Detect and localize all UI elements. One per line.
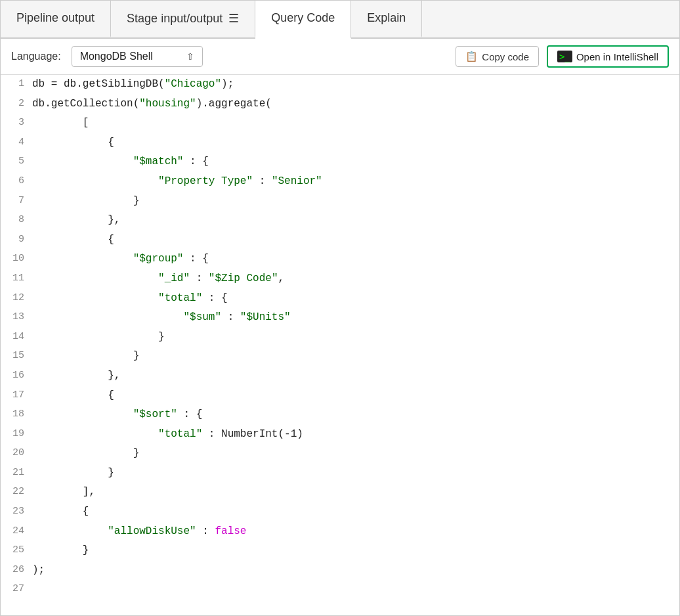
table-row: 16 }, bbox=[1, 366, 679, 386]
list-icon: ☰ bbox=[228, 11, 239, 26]
line-code: ); bbox=[32, 561, 679, 581]
line-code: "allowDiskUse" : false bbox=[32, 522, 679, 542]
line-number: 25 bbox=[1, 541, 32, 561]
line-code: ], bbox=[32, 483, 679, 502]
line-code: } bbox=[32, 464, 679, 483]
table-row: 8 }, bbox=[1, 211, 679, 231]
table-row: 18 "$sort" : { bbox=[1, 405, 679, 425]
line-code: "$group" : { bbox=[32, 250, 679, 269]
line-code: } bbox=[32, 347, 679, 366]
line-number: 5 bbox=[1, 152, 32, 172]
terminal-icon: >_ bbox=[557, 51, 572, 62]
code-area: 1db = db.getSiblingDB("Chicago");2db.get… bbox=[1, 75, 679, 615]
line-code: "$sort" : { bbox=[32, 405, 679, 425]
table-row: 4 { bbox=[1, 133, 679, 153]
table-row: 15 } bbox=[1, 347, 679, 366]
line-number: 22 bbox=[1, 483, 32, 502]
line-number: 26 bbox=[1, 561, 32, 581]
line-number: 12 bbox=[1, 289, 32, 309]
line-code: "_id" : "$Zip Code", bbox=[32, 269, 679, 289]
line-number: 14 bbox=[1, 328, 32, 347]
table-row: 24 "allowDiskUse" : false bbox=[1, 522, 679, 542]
line-code: { bbox=[32, 231, 679, 250]
line-number: 17 bbox=[1, 386, 32, 406]
copy-icon: 📋 bbox=[465, 51, 478, 62]
line-number: 20 bbox=[1, 444, 32, 464]
line-number: 8 bbox=[1, 211, 32, 231]
table-row: 17 { bbox=[1, 386, 679, 406]
table-row: 10 "$group" : { bbox=[1, 250, 679, 269]
table-row: 26); bbox=[1, 561, 679, 581]
line-number: 18 bbox=[1, 405, 32, 425]
line-number: 21 bbox=[1, 464, 32, 483]
line-code: { bbox=[32, 133, 679, 153]
table-row: 13 "$sum" : "$Units" bbox=[1, 308, 679, 328]
copy-code-button[interactable]: 📋 Copy code bbox=[456, 46, 539, 67]
line-number: 11 bbox=[1, 269, 32, 289]
table-row: 20 } bbox=[1, 444, 679, 464]
line-number: 16 bbox=[1, 366, 32, 386]
line-number: 10 bbox=[1, 250, 32, 269]
table-row: 1db = db.getSiblingDB("Chicago"); bbox=[1, 75, 679, 95]
line-code: }, bbox=[32, 366, 679, 386]
line-number: 4 bbox=[1, 133, 32, 153]
line-number: 6 bbox=[1, 172, 32, 192]
line-code bbox=[32, 580, 679, 598]
table-row: 27 bbox=[1, 580, 679, 598]
open-intellishell-button[interactable]: >_ Open in IntelliShell bbox=[547, 45, 669, 68]
tab-query-code[interactable]: Query Code bbox=[255, 1, 351, 39]
line-number: 19 bbox=[1, 425, 32, 445]
table-row: 21 } bbox=[1, 464, 679, 483]
toolbar: Language: MongoDB Shell ⇧ 📋 Copy code >_… bbox=[1, 39, 679, 75]
line-code: [ bbox=[32, 114, 679, 133]
line-code: } bbox=[32, 541, 679, 561]
table-row: 5 "$match" : { bbox=[1, 152, 679, 172]
tab-pipeline-output[interactable]: Pipeline output bbox=[1, 1, 111, 37]
table-row: 6 "Property Type" : "Senior" bbox=[1, 172, 679, 192]
line-code: "$sum" : "$Units" bbox=[32, 308, 679, 328]
language-select-value: MongoDB Shell bbox=[80, 51, 153, 62]
tab-bar: Pipeline output Stage input/output ☰ Que… bbox=[1, 1, 679, 39]
line-code: { bbox=[32, 386, 679, 406]
line-code: db.getCollection("housing").aggregate( bbox=[32, 95, 679, 114]
line-number: 3 bbox=[1, 114, 32, 133]
language-select[interactable]: MongoDB Shell ⇧ bbox=[72, 46, 203, 67]
line-code: "$match" : { bbox=[32, 152, 679, 172]
table-row: 9 { bbox=[1, 231, 679, 250]
line-code: "total" : NumberInt(-1) bbox=[32, 425, 679, 445]
line-code: "total" : { bbox=[32, 289, 679, 309]
code-table: 1db = db.getSiblingDB("Chicago");2db.get… bbox=[1, 75, 679, 598]
table-row: 2db.getCollection("housing").aggregate( bbox=[1, 95, 679, 114]
line-code: { bbox=[32, 502, 679, 522]
line-code: } bbox=[32, 444, 679, 464]
table-row: 3 [ bbox=[1, 114, 679, 133]
line-number: 2 bbox=[1, 95, 32, 114]
line-number: 7 bbox=[1, 192, 32, 211]
table-row: 14 } bbox=[1, 328, 679, 347]
line-number: 15 bbox=[1, 347, 32, 366]
line-number: 13 bbox=[1, 308, 32, 328]
line-number: 27 bbox=[1, 580, 32, 598]
table-row: 11 "_id" : "$Zip Code", bbox=[1, 269, 679, 289]
table-row: 19 "total" : NumberInt(-1) bbox=[1, 425, 679, 445]
line-code: } bbox=[32, 192, 679, 211]
line-code: } bbox=[32, 328, 679, 347]
line-number: 23 bbox=[1, 502, 32, 522]
line-code: "Property Type" : "Senior" bbox=[32, 172, 679, 192]
table-row: 25 } bbox=[1, 541, 679, 561]
chevron-down-icon: ⇧ bbox=[186, 51, 194, 62]
line-number: 24 bbox=[1, 522, 32, 542]
tab-explain[interactable]: Explain bbox=[351, 1, 422, 37]
line-code: db = db.getSiblingDB("Chicago"); bbox=[32, 75, 679, 95]
table-row: 22 ], bbox=[1, 483, 679, 502]
tab-stage-input-output[interactable]: Stage input/output ☰ bbox=[111, 1, 255, 37]
line-number: 9 bbox=[1, 231, 32, 250]
table-row: 23 { bbox=[1, 502, 679, 522]
table-row: 12 "total" : { bbox=[1, 289, 679, 309]
main-container: Pipeline output Stage input/output ☰ Que… bbox=[0, 0, 680, 616]
line-number: 1 bbox=[1, 75, 32, 95]
line-code: }, bbox=[32, 211, 679, 231]
table-row: 7 } bbox=[1, 192, 679, 211]
language-label: Language: bbox=[11, 51, 61, 62]
